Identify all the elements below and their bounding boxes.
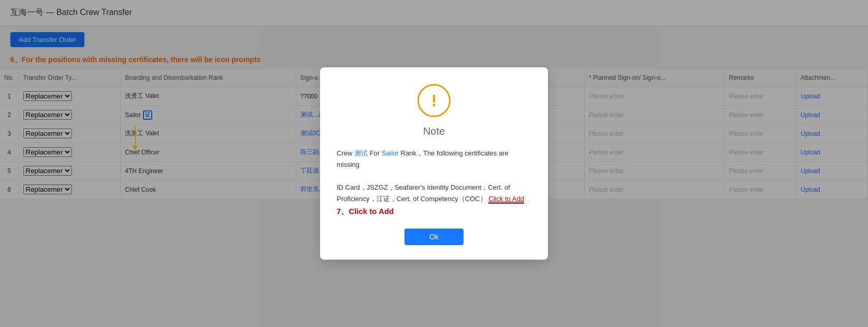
body-middle: For	[370, 149, 380, 157]
click-to-add-link[interactable]: Click to Add	[488, 195, 524, 199]
modal-overlay: ! Note Crew 测试 For Sailor Rank，The follo…	[0, 0, 868, 199]
rank-name: Sailor	[382, 149, 399, 157]
modal-body: Crew 测试 For Sailor Rank，The following ce…	[337, 148, 531, 199]
modal-warning-icon: !	[417, 84, 451, 117]
certs-text: ID Card，JSZGZ，Seafarer's Identity Docume…	[337, 183, 510, 199]
body-prefix: Crew	[337, 149, 352, 157]
missing-certs: ID Card，JSZGZ，Seafarer's Identity Docume…	[337, 182, 531, 199]
exclamation-mark: !	[431, 92, 437, 109]
modal-title: Note	[337, 125, 531, 137]
modal-description: Crew 测试 For Sailor Rank，The following ce…	[337, 148, 531, 170]
note-modal: ! Note Crew 测试 For Sailor Rank，The follo…	[320, 67, 548, 199]
crew-name: 测试	[354, 149, 368, 157]
